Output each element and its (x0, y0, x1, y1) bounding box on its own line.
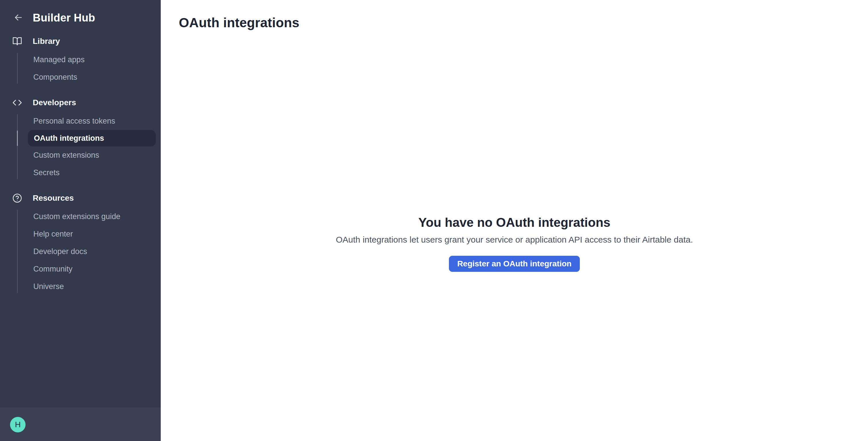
section-header-library[interactable]: Library (0, 32, 161, 50)
sidebar-item-secrets[interactable]: Secrets (17, 164, 156, 181)
sidebar-item-custom-extensions-guide[interactable]: Custom extensions guide (17, 208, 156, 225)
sidebar: Builder Hub Library Managed apps Compon (0, 0, 161, 441)
nav-section-developers: Developers Personal access tokens OAuth … (0, 94, 161, 181)
sidebar-item-personal-access-tokens[interactable]: Personal access tokens (17, 112, 156, 130)
sidebar-nav: Library Managed apps Components De (0, 25, 161, 303)
arrow-left-icon (13, 12, 24, 24)
sidebar-item-community[interactable]: Community (17, 260, 156, 278)
sidebar-item-managed-apps[interactable]: Managed apps (17, 51, 156, 69)
empty-state: You have no OAuth integrations OAuth int… (161, 214, 868, 272)
user-avatar[interactable]: H (10, 417, 26, 432)
section-label: Library (33, 37, 60, 46)
app-title: Builder Hub (33, 12, 95, 24)
help-circle-icon (12, 193, 22, 203)
register-oauth-integration-button[interactable]: Register an OAuth integration (449, 256, 580, 272)
empty-state-heading: You have no OAuth integrations (161, 214, 868, 231)
sub-list-resources: Custom extensions guide Help center Deve… (17, 208, 156, 295)
sidebar-item-developer-docs[interactable]: Developer docs (17, 243, 156, 260)
section-header-resources[interactable]: Resources (0, 189, 161, 207)
section-label: Resources (33, 194, 74, 203)
sidebar-item-components[interactable]: Components (17, 69, 156, 86)
sidebar-item-help-center[interactable]: Help center (17, 225, 156, 243)
book-open-icon (12, 36, 22, 46)
sidebar-item-universe[interactable]: Universe (17, 278, 156, 295)
section-header-developers[interactable]: Developers (0, 94, 161, 112)
empty-state-description: OAuth integrations let users grant your … (161, 234, 868, 245)
sidebar-item-custom-extensions[interactable]: Custom extensions (17, 146, 156, 164)
back-button[interactable] (12, 12, 24, 24)
code-icon (12, 98, 22, 108)
nav-section-library: Library Managed apps Components (0, 32, 161, 86)
sidebar-footer: H (0, 408, 161, 441)
main-content: OAuth integrations You have no OAuth int… (161, 0, 868, 441)
page-title: OAuth integrations (179, 15, 299, 30)
section-label: Developers (33, 98, 76, 107)
sub-list-developers: Personal access tokens OAuth integration… (17, 112, 156, 181)
builder-hub-app: Builder Hub Library Managed apps Compon (0, 0, 868, 441)
sidebar-item-oauth-integrations[interactable]: OAuth integrations (28, 130, 156, 146)
sub-list-library: Managed apps Components (17, 51, 156, 86)
nav-section-resources: Resources Custom extensions guide Help c… (0, 189, 161, 295)
sidebar-header: Builder Hub (0, 0, 161, 25)
